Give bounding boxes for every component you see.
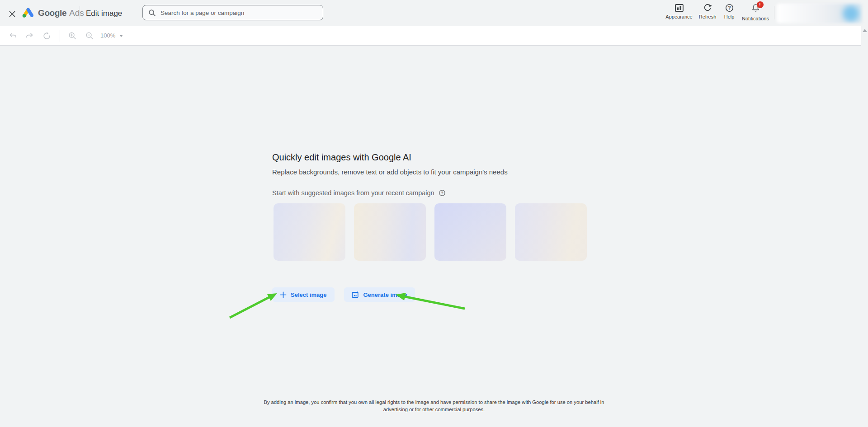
suggested-image-tile-4[interactable] [515, 203, 587, 261]
suggested-image-tile-1[interactable] [274, 203, 345, 261]
zoom-in-icon [68, 32, 77, 40]
header-divider [80, 6, 80, 19]
generate-image-button[interactable]: Generate image [344, 287, 415, 302]
generate-image-icon [352, 291, 359, 299]
google-ads-logo-icon [21, 7, 33, 19]
svg-text:?: ? [441, 191, 443, 195]
appearance-button[interactable]: Appearance [663, 3, 695, 19]
brand-google-text: Google [38, 8, 66, 18]
notifications-label: Notifications [742, 16, 769, 21]
suggested-images-row-label: Start with suggested images from your re… [272, 189, 446, 197]
plus-icon [280, 291, 287, 298]
help-button[interactable]: ? Help [720, 3, 738, 19]
help-label: Help [724, 14, 735, 19]
scrollbar-up-arrow-icon[interactable] [863, 29, 867, 32]
zoom-in-button[interactable] [68, 31, 77, 40]
green-arrow-to-select-image [230, 293, 277, 318]
appearance-label: Appearance [665, 14, 692, 19]
generate-image-label: Generate image [363, 291, 408, 298]
suggested-image-tiles [274, 203, 587, 261]
main-subheading: Replace backgrounds, remove text or add … [272, 168, 508, 176]
main-heading: Quickly edit images with Google AI [272, 152, 411, 163]
suggested-image-tile-2[interactable] [354, 203, 426, 261]
search-icon [148, 9, 156, 17]
legal-disclaimer: By adding an image, you confirm that you… [260, 399, 608, 413]
vertical-scrollbar[interactable] [861, 26, 868, 427]
refresh-label: Refresh [699, 14, 717, 19]
reset-icon [42, 32, 51, 40]
brand-ads-text: Ads [69, 8, 84, 18]
close-icon [9, 11, 15, 17]
zoom-out-button[interactable] [85, 31, 94, 40]
page-title: Edit image [86, 9, 122, 18]
chevron-down-icon [119, 35, 123, 37]
close-button[interactable] [8, 10, 16, 18]
help-icon: ? [725, 3, 734, 13]
select-image-button[interactable]: Select image [272, 287, 335, 302]
zoom-out-icon [85, 32, 94, 40]
undo-button[interactable] [8, 31, 17, 40]
appearance-chart-icon [675, 3, 684, 13]
notification-badge: ! [757, 1, 764, 8]
notifications-button[interactable]: ! Notifications [737, 3, 774, 21]
suggested-label: Start with suggested images from your re… [272, 189, 434, 197]
search-input[interactable] [160, 9, 310, 16]
suggested-help-icon[interactable]: ? [439, 189, 446, 197]
redo-button[interactable] [25, 31, 34, 40]
account-info-redacted[interactable] [777, 4, 862, 23]
toolbar-divider [60, 30, 60, 42]
undo-icon [9, 32, 17, 40]
google-ads-logo: Google Ads [21, 7, 84, 19]
suggested-image-tile-3[interactable] [434, 203, 506, 261]
zoom-level-dropdown[interactable]: 100% [100, 32, 123, 39]
reset-button[interactable] [42, 31, 51, 40]
refresh-icon [703, 3, 712, 13]
refresh-button[interactable]: Refresh [695, 3, 720, 19]
avatar [843, 5, 859, 22]
search-box[interactable] [142, 5, 323, 20]
header-divider-2 [774, 6, 774, 19]
svg-text:?: ? [728, 5, 731, 10]
redo-icon [25, 32, 34, 40]
action-buttons-row: Select image Generate image [272, 287, 415, 302]
zoom-level-value: 100% [100, 32, 115, 39]
top-app-bar: Google Ads Edit image Appearance Refresh… [0, 0, 868, 26]
select-image-label: Select image [291, 291, 327, 298]
editor-toolbar: 100% [0, 26, 861, 46]
